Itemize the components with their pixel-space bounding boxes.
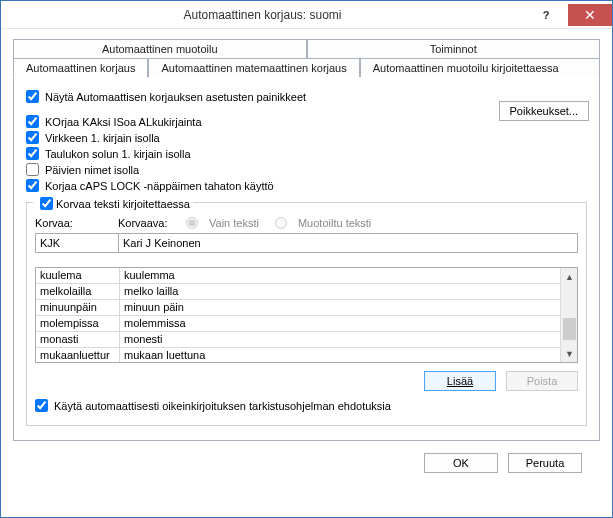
radio-formatted-text-label: Muotoiltu teksti [298,217,371,229]
entry-value: mukaan luettuna [120,348,560,362]
tab-actions[interactable]: Toiminnot [307,39,601,59]
check-replace-text-label: Korvaa teksti kirjoitettaessa [56,198,190,210]
window-title: Automaattinen korjaus: suomi [1,8,524,22]
entry-key: monasti [36,332,120,347]
replace-group: Korvaa teksti kirjoitettaessa Korvaa: Ko… [26,202,587,426]
check-sentence-cap[interactable]: Virkkeen 1. kirjain isolla [26,131,587,144]
entry-key: molempissa [36,316,120,331]
tab-autocorrect[interactable]: Automaattinen korjaus [13,58,148,78]
radio-plain-text-label: Vain teksti [209,217,259,229]
check-caps-lock[interactable]: Korjaa cAPS LOCK -näppäimen tahaton käyt… [26,179,587,192]
table-row[interactable]: molempissa molemmissa [36,316,560,332]
cancel-button[interactable]: Peruuta [508,453,582,473]
entry-key: minuunpäin [36,300,120,315]
check-caps-lock-box[interactable] [26,179,39,192]
replace-input[interactable] [35,233,119,253]
entry-value: melko lailla [120,284,560,299]
entries-body: kuulema kuulemma melkolailla melko laill… [36,268,560,362]
table-buttons: Lisää Poista [35,371,578,391]
add-button-label: Lisää [447,375,473,387]
entries-scrollbar[interactable]: ▲ ▼ [560,268,577,362]
radio-formatted-text [275,217,287,229]
replace-label: Korvaa: [35,217,110,229]
table-row[interactable]: melkolailla melko lailla [36,284,560,300]
entry-value: monesti [120,332,560,347]
content-area: Automaattinen muotoilu Toiminnot Automaa… [1,29,612,473]
dialog-window: Automaattinen korjaus: suomi ? ✕ Automaa… [0,0,613,518]
exceptions-button[interactable]: Poikkeukset... [499,101,589,121]
check-day-names-label: Päivien nimet isolla [45,164,139,176]
entry-value: minuun päin [120,300,560,315]
radio-plain-text [186,217,198,229]
autocorrect-panel: Näytä Automaattisen korjauksen asetusten… [13,77,600,441]
check-day-names[interactable]: Päivien nimet isolla [26,163,587,176]
check-table-cell-cap[interactable]: Taulukon solun 1. kirjain isolla [26,147,587,160]
tabstrip: Automaattinen muotoilu Toiminnot Automaa… [13,39,600,441]
inputs-row [35,233,578,253]
scroll-down-icon[interactable]: ▼ [561,345,578,362]
entry-value: molemmissa [120,316,560,331]
entries-table[interactable]: kuulema kuulemma melkolailla melko laill… [35,267,578,363]
check-suggest-label: Käytä automaattisesti oikeinkirjoituksen… [54,400,391,412]
check-suggest-box[interactable] [35,399,48,412]
scroll-up-icon[interactable]: ▲ [561,268,578,285]
delete-button: Poista [506,371,578,391]
check-table-cell-cap-box[interactable] [26,147,39,160]
check-show-buttons-box[interactable] [26,90,39,103]
check-day-names-box[interactable] [26,163,39,176]
check-sentence-cap-box[interactable] [26,131,39,144]
titlebar: Automaattinen korjaus: suomi ? ✕ [1,1,612,29]
with-input[interactable] [118,233,578,253]
table-row[interactable]: monasti monesti [36,332,560,348]
ok-button[interactable]: OK [424,453,498,473]
check-sentence-cap-label: Virkkeen 1. kirjain isolla [45,132,160,144]
add-button[interactable]: Lisää [424,371,496,391]
check-show-buttons-label: Näytä Automaattisen korjauksen asetusten… [45,91,306,103]
check-two-initial-caps-box[interactable] [26,115,39,128]
entry-key: mukaanluettur [36,348,120,362]
check-replace-text-box[interactable] [40,197,53,210]
table-row[interactable]: mukaanluettur mukaan luettuna [36,348,560,362]
table-row[interactable]: kuulema kuulemma [36,268,560,284]
check-replace-text[interactable]: Korvaa teksti kirjoitettaessa [33,194,193,213]
entry-key: kuulema [36,268,120,283]
help-button[interactable]: ? [524,4,568,26]
check-caps-lock-label: Korjaa cAPS LOCK -näppäimen tahaton käyt… [45,180,274,192]
check-table-cell-cap-label: Taulukon solun 1. kirjain isolla [45,148,191,160]
tab-autoformat-typing[interactable]: Automaattinen muotoilu kirjoitettaessa [360,58,600,78]
with-label: Korvaava: [118,217,170,229]
replace-labels-row: Korvaa: Korvaava: Vain teksti Muotoiltu … [35,217,578,229]
scroll-thumb[interactable] [563,318,576,340]
close-button[interactable]: ✕ [568,4,612,26]
check-suggest[interactable]: Käytä automaattisesti oikeinkirjoituksen… [35,399,578,412]
dialog-footer: OK Peruuta [13,441,600,473]
table-row[interactable]: minuunpäin minuun päin [36,300,560,316]
tab-math-autocorrect[interactable]: Automaattinen matemaattinen korjaus [148,58,359,78]
check-two-initial-caps-label: KOrjaa KAksi ISoa ALkukirjainta [45,116,202,128]
entry-key: melkolailla [36,284,120,299]
entry-value: kuulemma [120,268,560,283]
tab-autoformat[interactable]: Automaattinen muotoilu [13,39,307,59]
